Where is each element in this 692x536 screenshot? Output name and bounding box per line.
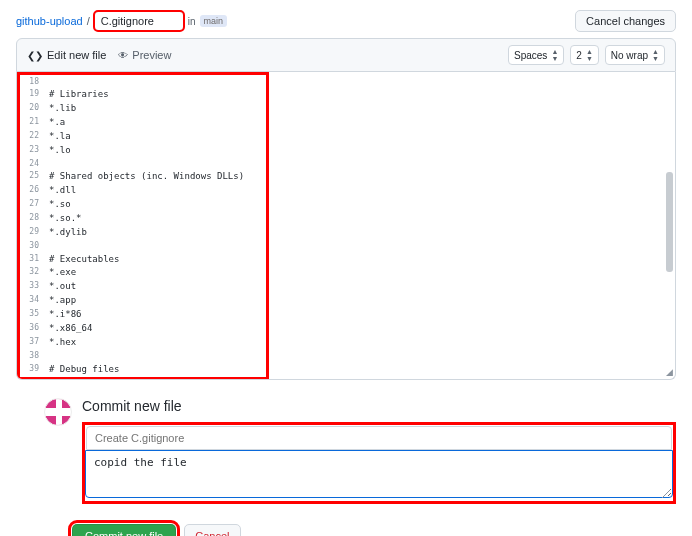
line-content: *.lo bbox=[49, 144, 71, 158]
resize-grip-icon[interactable] bbox=[662, 490, 670, 498]
line-content: # Libraries bbox=[49, 88, 109, 102]
slash-sep: / bbox=[87, 15, 90, 27]
code-line[interactable]: 20*.lib bbox=[17, 102, 675, 116]
scrollbar-thumb[interactable] bbox=[666, 172, 673, 272]
code-line[interactable]: 37*.hex bbox=[17, 336, 675, 350]
code-line[interactable]: 27*.so bbox=[17, 198, 675, 212]
line-number: 37 bbox=[17, 336, 49, 350]
line-number: 39 bbox=[17, 363, 49, 377]
code-line[interactable]: 19# Libraries bbox=[17, 88, 675, 102]
tab-edit[interactable]: ❮❯ Edit new file bbox=[27, 49, 106, 61]
repo-link[interactable]: github-upload bbox=[16, 15, 83, 27]
line-number: 32 bbox=[17, 266, 49, 280]
line-number: 23 bbox=[17, 144, 49, 158]
line-content: *.hex bbox=[49, 336, 76, 350]
avatar bbox=[44, 398, 72, 426]
line-content: *.la bbox=[49, 130, 71, 144]
line-content: *.so.* bbox=[49, 212, 82, 226]
line-content: *.exe bbox=[49, 266, 76, 280]
line-number: 28 bbox=[17, 212, 49, 226]
indent-mode-select[interactable]: Spaces▲▼ bbox=[508, 45, 564, 65]
code-line[interactable]: 40*.dSYM/ bbox=[17, 376, 675, 379]
commit-button[interactable]: Commit new file bbox=[72, 524, 176, 536]
line-number: 30 bbox=[17, 240, 49, 252]
code-line[interactable]: 36*.x86_64 bbox=[17, 322, 675, 336]
wrap-mode-select[interactable]: No wrap▲▼ bbox=[605, 45, 665, 65]
line-content: *.dll bbox=[49, 184, 76, 198]
line-content: *.dSYM/ bbox=[49, 376, 87, 379]
in-label: in bbox=[188, 16, 196, 27]
line-number: 36 bbox=[17, 322, 49, 336]
cancel-button[interactable]: Cancel bbox=[184, 524, 240, 536]
line-number: 38 bbox=[17, 350, 49, 362]
line-number: 24 bbox=[17, 158, 49, 170]
line-content: *.app bbox=[49, 294, 76, 308]
top-bar: github-upload / in main Cancel changes bbox=[0, 0, 692, 38]
code-line[interactable]: 24 bbox=[17, 158, 675, 170]
commit-body: Commit new file bbox=[82, 398, 676, 504]
code-line[interactable]: 29*.dylib bbox=[17, 226, 675, 240]
code-line[interactable]: 31# Executables bbox=[17, 253, 675, 267]
commit-actions: Commit new file Cancel bbox=[72, 524, 676, 536]
line-content: *.a bbox=[49, 116, 65, 130]
code-line[interactable]: 38 bbox=[17, 350, 675, 362]
line-number: 19 bbox=[17, 88, 49, 102]
line-number: 22 bbox=[17, 130, 49, 144]
code-line[interactable]: 18 bbox=[17, 76, 675, 88]
tab-preview-label: Preview bbox=[132, 49, 171, 61]
line-content: *.i*86 bbox=[49, 308, 82, 322]
code-line[interactable]: 21*.a bbox=[17, 116, 675, 130]
line-content: *.out bbox=[49, 280, 76, 294]
summary-block bbox=[82, 422, 676, 504]
editor-container: 1819# Libraries20*.lib21*.a22*.la23*.lo2… bbox=[16, 72, 676, 380]
code-icon: ❮❯ bbox=[27, 50, 43, 61]
code-line[interactable]: 30 bbox=[17, 240, 675, 252]
commit-section: Commit new file bbox=[44, 398, 676, 504]
breadcrumb: github-upload / in main bbox=[16, 11, 227, 31]
indent-size-select[interactable]: 2▲▼ bbox=[570, 45, 599, 65]
line-content: *.x86_64 bbox=[49, 322, 92, 336]
commit-summary-input[interactable] bbox=[86, 426, 672, 450]
view-options: Spaces▲▼ 2▲▼ No wrap▲▼ bbox=[508, 45, 665, 65]
code-line[interactable]: 34*.app bbox=[17, 294, 675, 308]
tab-edit-label: Edit new file bbox=[47, 49, 106, 61]
line-number: 27 bbox=[17, 198, 49, 212]
line-number: 40 bbox=[17, 376, 49, 379]
code-editor[interactable]: 1819# Libraries20*.lib21*.a22*.la23*.lo2… bbox=[17, 72, 675, 379]
line-number: 20 bbox=[17, 102, 49, 116]
line-content: *.lib bbox=[49, 102, 76, 116]
code-line[interactable]: 26*.dll bbox=[17, 184, 675, 198]
line-content: *.dylib bbox=[49, 226, 87, 240]
commit-description-input[interactable] bbox=[85, 450, 673, 498]
line-number: 25 bbox=[17, 170, 49, 184]
commit-heading: Commit new file bbox=[82, 398, 676, 414]
line-number: 35 bbox=[17, 308, 49, 322]
line-content: # Shared objects (inc. Windows DLLs) bbox=[49, 170, 244, 184]
code-line[interactable]: 33*.out bbox=[17, 280, 675, 294]
filename-input[interactable] bbox=[94, 11, 184, 31]
line-number: 29 bbox=[17, 226, 49, 240]
line-number: 34 bbox=[17, 294, 49, 308]
eye-icon: 👁 bbox=[118, 50, 128, 61]
code-line[interactable]: 32*.exe bbox=[17, 266, 675, 280]
tab-preview[interactable]: 👁 Preview bbox=[118, 49, 171, 61]
code-line[interactable]: 25# Shared objects (inc. Windows DLLs) bbox=[17, 170, 675, 184]
code-line[interactable]: 28*.so.* bbox=[17, 212, 675, 226]
resize-corner-icon[interactable]: ◢ bbox=[666, 367, 673, 377]
cancel-changes-button[interactable]: Cancel changes bbox=[575, 10, 676, 32]
line-content: # Debug files bbox=[49, 363, 119, 377]
editor-tabs: ❮❯ Edit new file 👁 Preview bbox=[27, 49, 171, 61]
line-number: 21 bbox=[17, 116, 49, 130]
line-number: 33 bbox=[17, 280, 49, 294]
line-content: *.so bbox=[49, 198, 71, 212]
line-content: # Executables bbox=[49, 253, 119, 267]
code-line[interactable]: 22*.la bbox=[17, 130, 675, 144]
line-number: 18 bbox=[17, 76, 49, 88]
branch-label[interactable]: main bbox=[200, 15, 228, 27]
line-number: 26 bbox=[17, 184, 49, 198]
line-number: 31 bbox=[17, 253, 49, 267]
code-line[interactable]: 23*.lo bbox=[17, 144, 675, 158]
file-header: ❮❯ Edit new file 👁 Preview Spaces▲▼ 2▲▼ … bbox=[16, 38, 676, 72]
code-line[interactable]: 35*.i*86 bbox=[17, 308, 675, 322]
code-line[interactable]: 39# Debug files bbox=[17, 363, 675, 377]
